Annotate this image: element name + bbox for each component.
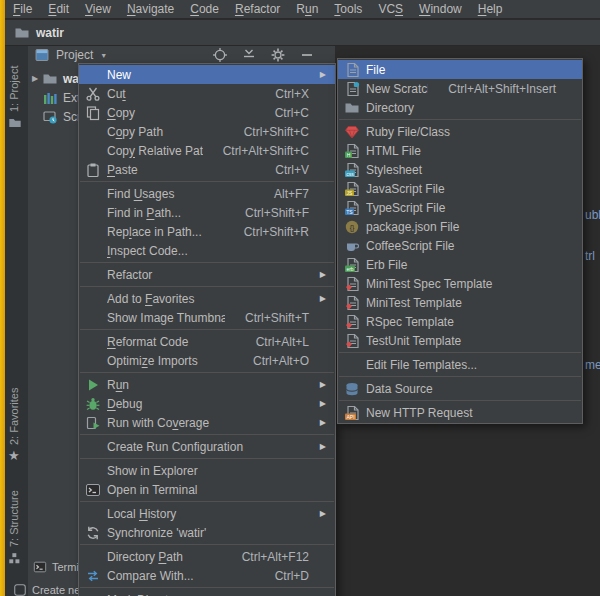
menu-separator [80, 501, 334, 502]
menubar-item-refactor[interactable]: Refactor [227, 0, 288, 19]
context-menu-item-new[interactable]: New▶ [79, 65, 335, 84]
menu-item-icon-cell [85, 525, 107, 541]
context-menu-item-optimize-imports[interactable]: Optimize ImportsCtrl+Alt+O [79, 351, 335, 370]
context-menu-item-refactor[interactable]: Refactor▶ [79, 265, 335, 284]
submenu-arrow-icon: ▶ [317, 380, 326, 389]
menu-item-icon-cell [344, 314, 366, 330]
new-submenu-item-new-scratch-file[interactable]: New Scratch FileCtrl+Alt+Shift+Insert [338, 79, 582, 98]
context-menu-item-copy-path[interactable]: Copy PathCtrl+Shift+C [79, 122, 335, 141]
menu-separator [80, 181, 334, 182]
menu-item-icon-cell: erb [344, 257, 366, 273]
menubar-item-view[interactable]: View [77, 0, 119, 19]
menubar-item-window[interactable]: Window [411, 0, 470, 19]
star-icon[interactable]: ★ [8, 449, 20, 462]
new-submenu-item-data-source[interactable]: Data Source [338, 379, 582, 398]
chevron-down-icon[interactable]: ▼ [100, 52, 107, 59]
context-menu-item-run-with-coverage[interactable]: Run with Coverage▶ [79, 413, 335, 432]
new-submenu-item-minitest-spec-template[interactable]: MiniTest Spec Template [338, 274, 582, 293]
context-menu-item-compare-with[interactable]: Compare With...Ctrl+D [79, 566, 335, 585]
menubar-item-edit[interactable]: Edit [40, 0, 77, 19]
context-menu-item-copy[interactable]: CopyCtrl+C [79, 103, 335, 122]
expand-arrow-icon[interactable]: ▶ [32, 74, 42, 83]
svg-text:H: H [347, 151, 351, 157]
menu-item-label: Local History [107, 507, 309, 521]
context-menu-item-add-to-favorites[interactable]: Add to Favorites▶ [79, 289, 335, 308]
menubar-item-navigate[interactable]: Navigate [119, 0, 182, 19]
context-menu-item-run[interactable]: Run▶ [79, 375, 335, 394]
submenu-arrow-icon: ▶ [317, 70, 326, 79]
context-menu-item-replace-in-path[interactable]: Replace in Path...Ctrl+Shift+R [79, 222, 335, 241]
menubar-item-tools[interactable]: Tools [326, 0, 370, 19]
svg-text:JS: JS [347, 189, 354, 195]
tool-window-button-favorites[interactable]: 2: Favorites [8, 388, 20, 445]
select-opened-file-icon[interactable] [212, 47, 228, 63]
new-submenu-item-testunit-template[interactable]: TestUnit Template [338, 331, 582, 350]
new-submenu-item-edit-file-templates[interactable]: Edit File Templates... [338, 355, 582, 374]
scratch-file-icon [344, 81, 360, 97]
context-menu-item-directory-path[interactable]: Directory PathCtrl+Alt+F12 [79, 547, 335, 566]
context-menu-item-find-in-path[interactable]: Find in Path...Ctrl+Shift+F [79, 203, 335, 222]
context-menu-item-cut[interactable]: CutCtrl+X [79, 84, 335, 103]
context-menu-item-synchronize-watir[interactable]: Synchronize 'watir' [79, 523, 335, 542]
collapse-all-icon[interactable] [241, 47, 257, 63]
new-submenu-item-stylesheet[interactable]: cssStylesheet [338, 160, 582, 179]
context-menu-item-paste[interactable]: PasteCtrl+V [79, 160, 335, 179]
svg-text:css: css [346, 170, 354, 176]
menu-item-icon-cell [344, 238, 366, 254]
sync-icon [85, 525, 101, 541]
menubar-item-file[interactable]: File [5, 0, 40, 19]
menu-item-label: Find in Path... [107, 206, 225, 220]
menu-item-shortcut: Alt+F7 [274, 187, 309, 201]
new-submenu-item-erb-file[interactable]: erbErb File [338, 255, 582, 274]
menu-item-icon-cell: JS [344, 181, 366, 197]
folder-icon [42, 71, 58, 87]
structure-icon[interactable] [8, 551, 22, 565]
context-menu-item-mark-directory-as[interactable]: Mark Directory as▶ [79, 590, 335, 596]
breadcrumb-project[interactable]: watir [36, 26, 64, 40]
new-submenu-item-file[interactable]: File [338, 60, 582, 79]
menu-item-icon-cell [344, 276, 366, 292]
tool-window-button-project[interactable]: 1: Project [8, 66, 20, 112]
menu-item-label: Directory Path [107, 550, 222, 564]
menubar-item-vcs[interactable]: VCS [370, 0, 411, 19]
new-submenu-item-rspec-template[interactable]: RSpec Template [338, 312, 582, 331]
menu-item-label: Open in Terminal [107, 483, 309, 497]
new-submenu-item-package-json-file[interactable]: {}package.json File [338, 217, 582, 236]
new-submenu-item-typescript-file[interactable]: TSTypeScript File [338, 198, 582, 217]
menu-item-label: Data Source [366, 382, 556, 396]
menubar-item-run[interactable]: Run [288, 0, 326, 19]
menu-item-label: New [107, 68, 309, 82]
menu-item-icon-cell [85, 86, 107, 102]
menu-item-icon-cell [344, 333, 366, 349]
context-menu-item-inspect-code[interactable]: Inspect Code... [79, 241, 335, 260]
context-menu-item-show-in-explorer[interactable]: Show in Explorer [79, 461, 335, 480]
context-menu-item-local-history[interactable]: Local History▶ [79, 504, 335, 523]
coffeescript-file-icon [344, 238, 360, 254]
menu-separator [80, 458, 334, 459]
new-submenu-item-javascript-file[interactable]: JSJavaScript File [338, 179, 582, 198]
tool-window-button-structure[interactable]: 7: Structure [8, 490, 20, 547]
new-submenu-item-directory[interactable]: Directory [338, 98, 582, 117]
menu-item-label: RSpec Template [366, 315, 556, 329]
context-menu-item-show-image-thumbnails[interactable]: Show Image ThumbnailsCtrl+Shift+T [79, 308, 335, 327]
menu-item-label: File [366, 63, 556, 77]
new-submenu-item-ruby-file-class[interactable]: Ruby File/Class [338, 122, 582, 141]
menubar-item-code[interactable]: Code [182, 0, 227, 19]
new-submenu-item-new-http-request[interactable]: APINew HTTP Request [338, 403, 582, 422]
menu-item-shortcut: Ctrl+C [275, 106, 309, 120]
context-menu-item-copy-relative-path[interactable]: Copy Relative PathCtrl+Alt+Shift+C [79, 141, 335, 160]
context-menu-item-create-run-configuration[interactable]: Create Run Configuration▶ [79, 437, 335, 456]
context-menu-item-find-usages[interactable]: Find UsagesAlt+F7 [79, 184, 335, 203]
context-menu-item-debug[interactable]: Debug▶ [79, 394, 335, 413]
project-stripe-folder-icon[interactable] [8, 116, 22, 130]
context-menu-item-open-in-terminal[interactable]: Open in Terminal [79, 480, 335, 499]
gear-icon[interactable] [270, 47, 286, 63]
menu-item-label: Debug [107, 397, 309, 411]
hide-panel-icon[interactable] [299, 47, 315, 63]
project-panel-title[interactable]: Project [56, 48, 93, 62]
menubar-item-help[interactable]: Help [470, 0, 511, 19]
context-menu-item-reformat-code[interactable]: Reformat CodeCtrl+Alt+L [79, 332, 335, 351]
new-submenu-item-minitest-template[interactable]: MiniTest Template [338, 293, 582, 312]
new-submenu-item-coffeescript-file[interactable]: CoffeeScript File [338, 236, 582, 255]
new-submenu-item-html-file[interactable]: HHTML File [338, 141, 582, 160]
